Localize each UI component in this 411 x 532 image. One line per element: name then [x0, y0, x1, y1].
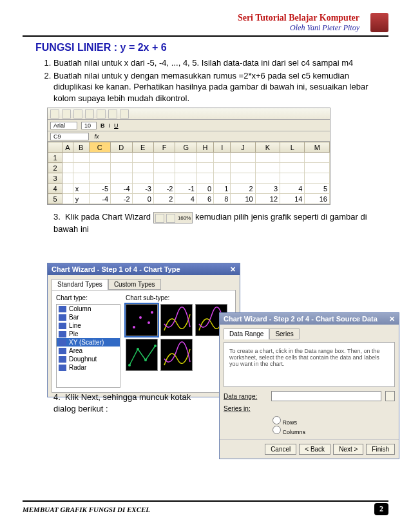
italic-icon: I: [109, 122, 111, 129]
chart-type-icon: [59, 323, 66, 329]
radio-columns[interactable]: Columns: [272, 426, 395, 435]
chart-type-item[interactable]: Column: [57, 305, 120, 313]
print-icon: [85, 109, 94, 119]
finish-button[interactable]: Finish: [366, 444, 395, 455]
page-footer: MEMBUAT GRAFIK FUNGSI DI EXCEL 2: [23, 500, 388, 515]
chart-type-icon: [59, 331, 66, 337]
subtype-scatter-lines[interactable]: [126, 339, 158, 371]
wizard2-titlebar: Chart Wizard - Step 2 of 4 - Chart Sourc…: [220, 313, 399, 325]
tab-custom-types[interactable]: Custom Types: [108, 279, 161, 290]
save-icon: [73, 109, 82, 119]
series-title: Seri Tutorial Belajar Komputer: [0, 13, 359, 23]
step-3: 3. Klik pada Chart Wizard 160% kemudian …: [35, 211, 376, 234]
chart-type-label: Chart type:: [56, 294, 120, 301]
chart-type-item[interactable]: XY (Scatter): [57, 338, 120, 347]
underline-icon: U: [114, 122, 119, 129]
chart-type-icon: [59, 348, 66, 354]
chart-subtype-label: Chart sub-type:: [126, 294, 227, 301]
svg-point-7: [154, 345, 157, 347]
svg-point-4: [128, 364, 131, 366]
back-button[interactable]: < Back: [299, 444, 330, 455]
chart-type-icon: [59, 306, 66, 312]
new-icon: [50, 109, 59, 119]
wizard1-titlebar: Chart Wizard - Step 1 of 4 - Chart Type …: [48, 263, 240, 275]
tab-series[interactable]: Series: [269, 328, 299, 339]
svg-point-1: [139, 316, 142, 319]
data-range-input[interactable]: [271, 391, 381, 401]
chart-type-icon: [59, 339, 66, 346]
chart-wizard-toolbar-snip: 160%: [153, 212, 193, 223]
chart-type-item[interactable]: Line: [57, 321, 120, 330]
chart-wizard-step1-dialog: Chart Wizard - Step 1 of 4 - Chart Type …: [47, 263, 240, 397]
step-1: Buatlah nilai untuk x dari -5, -4, ..., …: [53, 57, 376, 69]
svg-point-2: [148, 321, 150, 324]
subtype-scatter-smooth[interactable]: [160, 304, 193, 336]
excel-screenshot: Arial 10 B I U C9 fx ABCDEFGHIJKLM 1234x…: [47, 108, 330, 205]
header-divider: [23, 35, 388, 37]
tab-data-range[interactable]: Data Range: [224, 328, 269, 339]
chart-type-item[interactable]: Radar: [57, 363, 120, 372]
fx-icon: fx: [91, 133, 102, 140]
step-2: Buatlah nilai untuk y dengan memasukkan …: [53, 70, 376, 104]
logo-icon: [370, 13, 388, 32]
close-icon[interactable]: ✕: [389, 315, 395, 323]
copy-icon: [108, 109, 117, 119]
chart-type-item[interactable]: Doughnut: [57, 355, 120, 363]
step-4: 4. Klik Next, sehingga muncuk kotak dial…: [35, 392, 196, 414]
chart-type-item[interactable]: Pie: [57, 330, 120, 338]
chart-wizard-step2-dialog: Chart Wizard - Step 2 of 4 - Chart Sourc…: [219, 312, 399, 459]
chart-type-icon: [59, 356, 66, 363]
chart-type-list[interactable]: ColumnBarLinePieXY (Scatter)AreaDoughnut…: [56, 304, 120, 388]
excel-toolbar: [48, 108, 330, 120]
page-number: 2: [374, 503, 388, 515]
spreadsheet-grid: ABCDEFGHIJKLM 1234x-5-4-3-2-10123455y-4-…: [48, 142, 330, 204]
open-icon: [62, 109, 71, 119]
series-in-label: Series in:: [224, 405, 269, 412]
author-line: Oleh Yani Pieter Pitoy: [0, 23, 359, 33]
chart-type-item[interactable]: Area: [57, 347, 120, 355]
chart-wizard-icon: [155, 214, 164, 223]
next-button[interactable]: Next >: [333, 444, 363, 455]
page-title: FUNGSI LINIER : y = 2x + 6: [35, 42, 376, 53]
subtype-scatter-points[interactable]: [126, 304, 158, 336]
radio-rows[interactable]: Rows: [272, 416, 395, 426]
footer-title: MEMBUAT GRAFIK FUNGSI DI EXCEL: [23, 506, 150, 513]
svg-point-0: [133, 326, 135, 328]
zoom-value: 160%: [178, 215, 191, 221]
cancel-button[interactable]: Cancel: [265, 444, 296, 455]
close-icon[interactable]: ✕: [230, 265, 236, 274]
font-size: 10: [81, 122, 97, 129]
svg-point-6: [144, 359, 147, 361]
data-range-label: Data range:: [224, 393, 267, 400]
chart-type-icon: [59, 314, 66, 321]
chart-type-item[interactable]: Bar: [57, 313, 120, 321]
preview-hint: To create a chart, click in the Data ran…: [224, 342, 395, 387]
chart-type-icon: [59, 365, 66, 371]
cut-icon: [97, 109, 106, 119]
chart-subtype-grid[interactable]: [126, 304, 227, 371]
tab-standard-types[interactable]: Standard Types: [52, 279, 108, 290]
format-toolbar: Arial 10 B I U: [48, 120, 330, 131]
chart-icon-2: [166, 214, 175, 223]
font-name: Arial: [50, 122, 77, 129]
svg-point-3: [151, 311, 153, 314]
name-box: C9: [50, 133, 89, 140]
svg-point-5: [137, 348, 139, 350]
bold-icon: B: [100, 122, 105, 129]
paste-icon: [120, 109, 129, 119]
subtype-scatter-lines-nomarker[interactable]: [160, 339, 193, 371]
formula-bar: C9 fx: [48, 131, 330, 142]
range-picker-icon[interactable]: [385, 391, 396, 401]
